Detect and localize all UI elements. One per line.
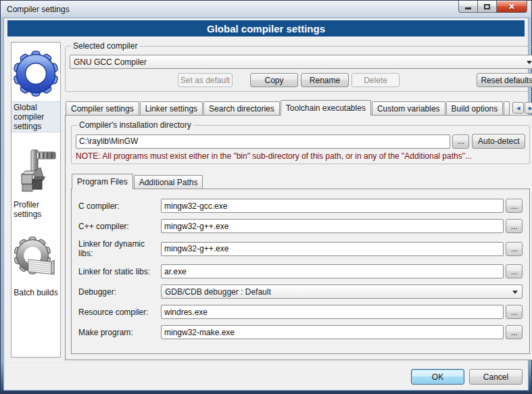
window-controls: ✕ [458, 1, 527, 13]
resource-compiler-input[interactable] [161, 305, 504, 319]
subtab-additional-paths[interactable]: Additional Paths [134, 175, 203, 189]
delete-button[interactable]: Delete [352, 73, 400, 87]
field-label: Debugger: [78, 287, 161, 297]
field-label: Linker for dynamic libs: [78, 239, 161, 258]
sidebar-item-label: Batch builds [11, 287, 59, 298]
reset-defaults-button[interactable]: Reset defaults [477, 73, 532, 87]
cpp-compiler-input[interactable] [161, 219, 504, 233]
tab-search-directories[interactable]: Search directories [203, 101, 280, 115]
static-linker-input[interactable] [161, 264, 504, 278]
browse-static-linker-button[interactable]: ... [506, 264, 523, 278]
minimize-button[interactable] [458, 1, 478, 13]
make-program-input[interactable] [161, 325, 504, 339]
chevron-down-icon [527, 61, 532, 64]
blue-gear-icon [11, 49, 60, 98]
field-row-cpp-compiler: C++ compiler: ... [78, 219, 523, 233]
rename-button[interactable]: Rename [301, 73, 349, 87]
cancel-button[interactable]: Cancel [469, 369, 523, 385]
ok-button[interactable]: OK [411, 369, 464, 385]
compiler-select[interactable]: GNU GCC Compiler [70, 55, 532, 69]
titlebar[interactable]: Compiler settings ✕ [1, 1, 531, 18]
caliper-icon [11, 147, 60, 195]
debugger-select-value: GDB/CDB debugger : Default [165, 287, 271, 297]
maximize-button[interactable] [478, 1, 496, 13]
compiler-actions: Set as default Copy Rename Delete Reset … [70, 73, 532, 87]
c-compiler-input[interactable] [161, 199, 504, 213]
field-label: Linker for static libs: [78, 267, 161, 276]
gray-gear-stack-icon [11, 235, 60, 283]
page-title: Global compiler settings [7, 20, 525, 36]
tab-partial[interactable] [504, 101, 510, 115]
field-label: Make program: [78, 328, 161, 337]
field-row-dynamic-linker: Linker for dynamic libs: ... [78, 239, 523, 258]
browse-directory-button[interactable]: ... [452, 134, 469, 149]
settings-sidebar: Global compiler settings [11, 42, 61, 358]
copy-button[interactable]: Copy [250, 73, 298, 87]
program-files-panel: C compiler: ... C++ compiler: ... [71, 189, 530, 354]
program-files-notebook: Program Files Additional Paths C compile… [71, 174, 530, 354]
tab-scroll-buttons: ◄ ► [512, 102, 532, 114]
tab-compiler-settings[interactable]: Compiler settings [66, 101, 139, 115]
subtab-strip: Program Files Additional Paths [71, 174, 530, 189]
tab-toolchain-executables[interactable]: Toolchain executables [281, 100, 371, 116]
tab-build-options[interactable]: Build options [446, 101, 504, 115]
tab-linker-settings[interactable]: Linker settings [140, 101, 203, 115]
minimize-icon [465, 7, 471, 9]
dynamic-linker-input[interactable] [161, 242, 504, 256]
close-button[interactable]: ✕ [496, 1, 527, 13]
close-icon: ✕ [508, 2, 515, 11]
debugger-select[interactable]: GDB/CDB debugger : Default [161, 285, 523, 299]
subtab-program-files[interactable]: Program Files [72, 174, 133, 189]
tab-scroll-left-icon[interactable]: ◄ [512, 102, 524, 114]
main-content: Selected compiler GNU GCC Compiler Set a… [65, 42, 532, 363]
auto-detect-button[interactable]: Auto-detect [472, 134, 525, 149]
sidebar-item-profiler-settings[interactable]: Profiler settings [11, 147, 60, 220]
field-label: Resource compiler: [78, 307, 161, 317]
selected-compiler-group: Selected compiler GNU GCC Compiler Set a… [65, 46, 532, 92]
dialog-surface: Global compiler settings [3, 18, 529, 391]
selected-compiler-group-label: Selected compiler [71, 41, 139, 51]
installation-directory-input[interactable] [76, 134, 450, 149]
field-row-resource-compiler: Resource compiler: ... [78, 305, 523, 319]
browse-dynamic-linker-button[interactable]: ... [506, 242, 523, 256]
toolchain-executables-panel: Compiler's installation directory ... Au… [65, 115, 532, 360]
sidebar-item-batch-builds[interactable]: Batch builds [11, 235, 60, 298]
installation-directory-group: Compiler's installation directory ... Au… [71, 125, 530, 164]
field-label: C compiler: [78, 201, 161, 211]
tab-strip: Compiler settings Linker settings Search… [65, 100, 532, 115]
window-title: Compiler settings [7, 5, 70, 14]
chevron-down-icon [512, 291, 518, 294]
maximize-icon [484, 4, 490, 9]
compiler-settings-window: Compiler settings ✕ Global compiler sett… [0, 0, 532, 394]
sidebar-item-global-compiler-settings[interactable]: Global compiler settings [11, 49, 60, 132]
settings-tab-control: Compiler settings Linker settings Search… [65, 100, 532, 360]
browse-cpp-compiler-button[interactable]: ... [506, 219, 523, 233]
browse-make-program-button[interactable]: ... [506, 325, 523, 339]
field-label: C++ compiler: [78, 222, 161, 231]
browse-c-compiler-button[interactable]: ... [506, 199, 523, 213]
sidebar-item-label: Global compiler settings [11, 102, 60, 132]
field-row-c-compiler: C compiler: ... [78, 199, 523, 213]
field-row-make-program: Make program: ... [78, 325, 523, 339]
field-row-debugger: Debugger: GDB/CDB debugger : Default [78, 285, 523, 299]
tab-custom-variables[interactable]: Custom variables [372, 101, 445, 115]
compiler-select-value: GNU GCC Compiler [74, 57, 147, 67]
dialog-footer: OK Cancel [9, 363, 523, 390]
tab-scroll-right-icon[interactable]: ► [525, 102, 532, 114]
browse-resource-compiler-button[interactable]: ... [506, 305, 523, 319]
bin-subdirectory-note: NOTE: All programs must exist either in … [76, 151, 525, 161]
installation-directory-group-label: Compiler's installation directory [77, 120, 193, 130]
set-as-default-button[interactable]: Set as default [178, 73, 233, 87]
sidebar-item-label: Profiler settings [11, 199, 60, 220]
field-row-static-linker: Linker for static libs: ... [78, 264, 523, 278]
